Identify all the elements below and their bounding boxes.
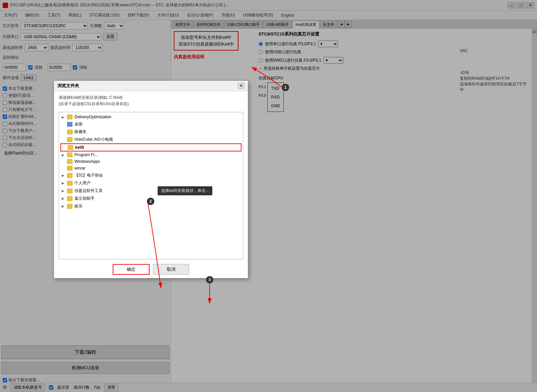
folder-arrow-xyd: ▶ [62,189,65,193]
folder-icon-keil5 [68,145,73,150]
folder-icon-delivery [67,115,72,119]
folder-item-holocubic[interactable]: ▶ HoloCubic AIO小电视 [60,136,241,143]
folder-arrow-delivery: ▶ [62,115,65,119]
folder-arrow-program: ▶ [62,153,65,157]
dialog-instruction-line2: (目录下必须有C51目录和UVx目录存在) [59,101,243,107]
folder-icon-xyd [67,189,72,193]
folder-item-xyd[interactable]: ▶ 信盈达软件工具 [60,187,241,195]
folder-name-jlc: 嘉立创助手 [74,196,95,201]
folder-icon-personal [67,181,72,186]
folder-icon-jlc [67,196,72,201]
folder-name-program: Program Fi... [74,152,98,157]
folder-item-electronics[interactable]: ▶ 【01】电子协会 [60,172,241,179]
folder-item-keil5[interactable]: ▶ keil5 [60,143,241,151]
dialog-buttons: 确定 取消 [54,261,248,278]
folder-name-windowsapps: WindowsApps [74,159,100,164]
folder-name-delivery: DeliveryOptimization [74,115,111,119]
folder-arrow-jlc: ▶ [62,197,65,200]
folder-name-personal: 个人用户 [74,180,91,186]
folder-icon-favorites [67,130,72,134]
folder-item-program[interactable]: ▶ Program Fi... [60,151,241,158]
dialog-title-bar: 浏览文件夹 ✕ [54,81,248,91]
folder-item-windowsapps[interactable]: ▶ WindowsApps [60,158,241,165]
folder-icon-holocubic [67,137,72,142]
browse-folder-dialog: 浏览文件夹 ✕ 请选择Keil的安装目录(例如: C:\Keil) (目录下必须… [54,80,248,278]
folder-icon-entertainment [67,204,72,209]
folder-name-keil5: keil5 [75,145,84,150]
folder-icon-program [67,152,72,157]
folder-item-desktop[interactable]: ▶ 桌面 [60,120,241,128]
folder-arrow-entertainment: ▶ [62,204,65,208]
annotation-3: 3 [206,276,213,283]
folder-name-xyd: 信盈达软件工具 [74,188,103,194]
dialog-close-button[interactable]: ✕ [238,83,245,89]
dialog-instruction-line1: 请选择Keil的安装目录(例如: C:\Keil) [59,94,243,101]
folder-name-desktop: 桌面 [74,121,83,127]
folder-icon-electronics [67,173,72,178]
dialog-instruction: 请选择Keil的安装目录(例如: C:\Keil) (目录下必须有C51目录和U… [54,91,248,111]
folder-icon-windowsapps [67,159,72,164]
dialog-folder-list[interactable]: ▶ DeliveryOptimization ▶ 桌面 ▶ 收藏夹 ▶ Holo… [59,112,243,259]
folder-name-favorites: 收藏夹 [74,129,87,135]
folder-item-delivery[interactable]: ▶ DeliveryOptimization [60,114,241,120]
folder-icon-desktop [67,122,72,127]
folder-name-winrar: winrar [74,166,86,171]
folder-name-electronics: 【01】电子协会 [74,173,103,178]
folder-arrow-personal: ▶ [62,181,65,185]
folder-arrow-electronics: ▶ [62,174,65,177]
annotation-1: 1 [282,84,289,91]
folder-name-holocubic: HoloCubic AIO小电视 [74,137,113,142]
folder-item-favorites[interactable]: ▶ 收藏夹 [60,128,241,136]
folder-item-personal[interactable]: ▶ 个人用户 [60,179,241,187]
folder-item-winrar[interactable]: ▶ winrar [60,165,241,172]
annotation-2: 2 [147,198,154,205]
dialog-title-text: 浏览文件夹 [57,83,79,89]
confirm-button[interactable]: 确定 [113,264,150,275]
tooltip-2: 选择keil5安装路径，单击... [158,186,212,195]
dialog-list-inner: ▶ DeliveryOptimization ▶ 桌面 ▶ 收藏夹 ▶ Holo… [59,112,243,211]
folder-icon-winrar [67,166,72,171]
folder-name-entertainment: 娱乐 [74,203,83,209]
cancel-button[interactable]: 取消 [153,264,189,275]
